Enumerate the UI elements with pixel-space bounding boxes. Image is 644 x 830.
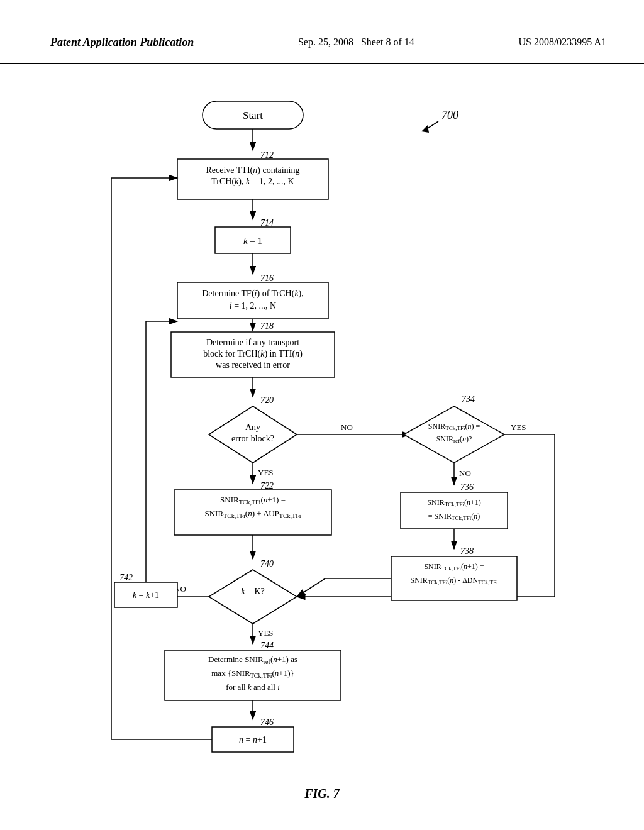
label-746: 746 xyxy=(260,717,274,727)
svg-text:error block?: error block? xyxy=(231,434,274,443)
label-722: 722 xyxy=(260,481,274,490)
header-sheet: Sheet 8 of 14 xyxy=(361,36,414,47)
flowchart-svg: 700 Start 712 Receive TTI(n) containing … xyxy=(52,82,592,761)
diamond-740 xyxy=(209,570,297,624)
patent-number-text: US 2008/0233995 A1 xyxy=(518,36,606,47)
svg-text:TrCH(k), k = 1, 2, ..., K: TrCH(k), k = 1, 2, ..., K xyxy=(211,177,294,187)
label-718: 718 xyxy=(260,321,274,331)
header-date: Sep. 25, 2008 xyxy=(298,36,353,47)
yes-720-label: YES xyxy=(258,468,274,477)
svg-text:k = k+1: k = k+1 xyxy=(133,590,159,600)
label-712: 712 xyxy=(260,150,274,160)
label-738: 738 xyxy=(460,546,474,556)
svg-text:n = n+1: n = n+1 xyxy=(239,735,267,744)
svg-text:Determine SNIRref(n+1) as: Determine SNIRref(n+1) as xyxy=(208,655,297,665)
no-734-label: NO xyxy=(459,468,471,478)
header-center-info: Sep. 25, 2008 Sheet 8 of 14 xyxy=(298,35,414,50)
label-734: 734 xyxy=(462,394,475,404)
diagram-number-700: 700 xyxy=(441,109,458,121)
label-716: 716 xyxy=(260,274,274,283)
label-720: 720 xyxy=(260,396,274,405)
svg-line-49 xyxy=(297,578,325,597)
svg-marker-2 xyxy=(421,125,429,133)
svg-text:Any: Any xyxy=(245,423,260,432)
label-736: 736 xyxy=(460,482,474,492)
svg-text:i = 1, 2, ..., N: i = 1, 2, ..., N xyxy=(230,301,276,311)
svg-text:Determine TF(i) of TrCH(k),: Determine TF(i) of TrCH(k), xyxy=(202,289,304,299)
diamond-734 xyxy=(404,406,504,463)
no-720-label: NO xyxy=(341,423,353,432)
page-header: Patent Application Publication Sep. 25, … xyxy=(0,0,644,64)
header-left-text: Patent Application Publication xyxy=(50,36,194,48)
label-744: 744 xyxy=(260,641,274,650)
yes-740-label: YES xyxy=(258,628,274,638)
patent-page: Patent Application Publication Sep. 25, … xyxy=(0,0,644,830)
svg-text:block for TrCH(k) in TTI(n): block for TrCH(k) in TTI(n) xyxy=(203,349,303,359)
svg-text:k = K?: k = K? xyxy=(241,587,264,596)
fig-label-text: FIG. 7 xyxy=(304,787,340,800)
label-714: 714 xyxy=(260,218,274,228)
flowchart: 700 Start 712 Receive TTI(n) containing … xyxy=(52,82,592,761)
box-716 xyxy=(177,282,328,319)
publication-title: Patent Application Publication xyxy=(50,35,194,50)
box-736 xyxy=(401,492,508,529)
svg-text:Determine if any transport: Determine if any transport xyxy=(206,338,299,347)
start-label: Start xyxy=(243,109,263,121)
svg-text:was received in error: was received in error xyxy=(216,360,290,370)
header-patent-number: US 2008/0233995 A1 xyxy=(518,35,606,50)
diagram-area: 700 Start 712 Receive TTI(n) containing … xyxy=(0,64,644,780)
label-740: 740 xyxy=(260,559,274,568)
label-742: 742 xyxy=(119,573,133,582)
svg-text:Receive TTI(n) containing: Receive TTI(n) containing xyxy=(206,165,299,175)
svg-text:k = 1: k = 1 xyxy=(243,236,262,246)
svg-text:for all k and all i: for all k and all i xyxy=(226,682,280,692)
figure-label: FIG. 7 xyxy=(0,787,644,801)
yes-734-label: YES xyxy=(511,423,526,432)
